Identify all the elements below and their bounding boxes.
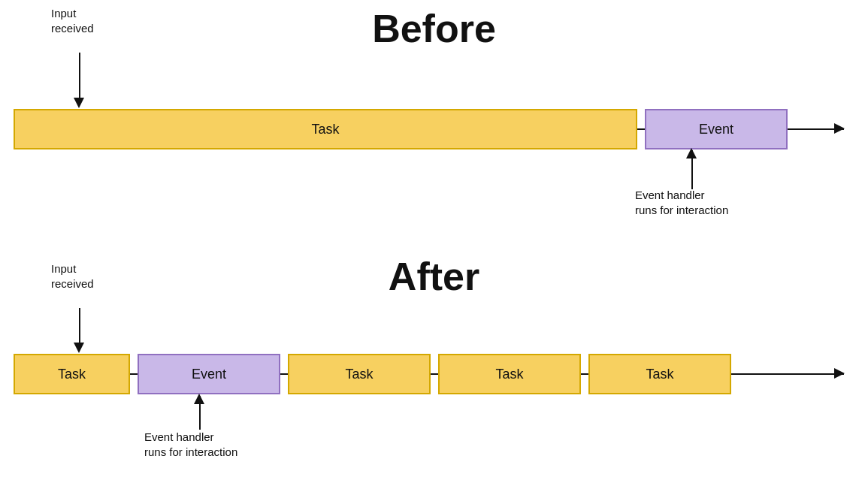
after-input-arrow-head bbox=[74, 343, 84, 353]
after-event-label: Event handler runs for interaction bbox=[144, 430, 237, 460]
after-task1-box: Task bbox=[14, 354, 130, 394]
after-title: After bbox=[389, 254, 479, 299]
after-input-label: Input received bbox=[51, 261, 94, 292]
before-input-arrow-head bbox=[74, 98, 84, 108]
before-task-box: Task bbox=[14, 109, 637, 149]
before-title: Before bbox=[372, 6, 496, 51]
before-event-label: Event handler runs for interaction bbox=[635, 188, 728, 219]
after-event-arrow-head bbox=[194, 394, 204, 404]
before-input-label: Input received bbox=[51, 6, 94, 37]
before-input-arrow-line bbox=[79, 53, 80, 99]
after-task2-box: Task bbox=[288, 354, 431, 394]
after-input-arrow-line bbox=[79, 308, 80, 344]
after-task4-box: Task bbox=[588, 354, 731, 394]
before-event-box: Event bbox=[645, 109, 788, 149]
after-task3-box: Task bbox=[438, 354, 581, 394]
before-event-arrow-head bbox=[686, 148, 697, 158]
diagram-container: Before Task Event Input received Event h… bbox=[0, 0, 868, 486]
after-event-box: Event bbox=[138, 354, 280, 394]
before-arrow-right bbox=[834, 123, 845, 134]
after-arrow-right bbox=[834, 368, 845, 379]
